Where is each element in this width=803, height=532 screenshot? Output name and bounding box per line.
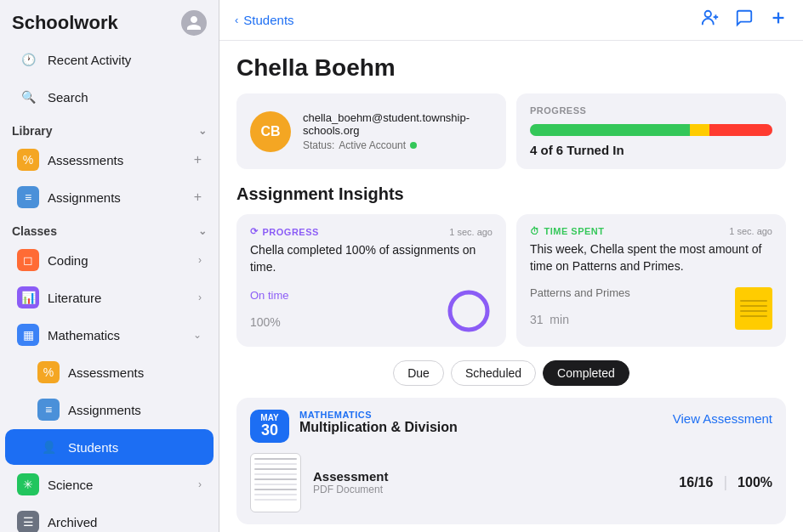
time-ago: 1 sec. ago bbox=[729, 226, 772, 236]
notes-icon bbox=[735, 287, 772, 330]
on-time-group: On time 100% bbox=[250, 289, 289, 333]
progress-bar bbox=[530, 124, 772, 136]
math-assign-icon: ≡ bbox=[37, 399, 60, 421]
turned-in: 4 of 6 Turned In bbox=[530, 143, 772, 157]
sidebar-item-math-assessments[interactable]: % Assessments bbox=[5, 354, 214, 390]
sidebar-item-assessments[interactable]: % Assessments + bbox=[5, 142, 214, 178]
time-tag-label: TIME SPENT bbox=[544, 226, 605, 236]
detail-sub: PDF Document bbox=[313, 484, 667, 495]
literature-chevron-icon: › bbox=[198, 291, 202, 303]
filter-completed-button[interactable]: Completed bbox=[543, 360, 629, 386]
filter-scheduled-button[interactable]: Scheduled bbox=[451, 360, 536, 386]
date-badge: MAY 30 bbox=[250, 410, 289, 443]
back-label: Students bbox=[243, 13, 293, 27]
on-time-value: 100% bbox=[250, 302, 289, 333]
library-section-header[interactable]: Library ⌄ bbox=[0, 116, 219, 141]
score-divider: | bbox=[723, 473, 727, 491]
add-student-button[interactable] bbox=[701, 8, 720, 31]
assign-icon: ≡ bbox=[17, 186, 39, 208]
clock-icon: 🕐 bbox=[17, 48, 39, 71]
view-assessment-button[interactable]: View Assessment bbox=[673, 410, 772, 427]
notes-line-3 bbox=[740, 310, 767, 312]
info-row: CB chella_boehm@student.township-schools… bbox=[236, 93, 786, 169]
math-chevron-icon: ⌄ bbox=[193, 329, 202, 341]
sidebar-label-coding: Coding bbox=[48, 253, 190, 268]
progress-red bbox=[709, 124, 772, 136]
back-button[interactable]: ‹ Students bbox=[235, 13, 294, 27]
progress-tag: ⟳ PROGRESS bbox=[250, 226, 319, 237]
time-card-top: ⏱ TIME SPENT 1 sec. ago bbox=[530, 226, 772, 236]
document-thumbnail bbox=[250, 453, 301, 512]
notes-line-4 bbox=[740, 315, 767, 317]
progress-green bbox=[530, 124, 690, 136]
score-pct: 100% bbox=[738, 475, 772, 490]
sidebar-label-math-assignments: Assignments bbox=[68, 403, 202, 417]
sidebar-item-literature[interactable]: 📊 Literature › bbox=[5, 280, 214, 315]
library-label: Library bbox=[12, 124, 52, 138]
time-tag: ⏱ TIME SPENT bbox=[530, 226, 605, 236]
assignment-item: MAY 30 MATHEMATICS Multiplication & Divi… bbox=[236, 398, 786, 524]
sidebar-label-science: Science bbox=[48, 478, 190, 492]
status-text: Status: bbox=[303, 139, 334, 151]
back-chevron-icon: ‹ bbox=[235, 14, 238, 26]
progress-yellow bbox=[690, 124, 709, 136]
profile-status: Status: Active Account bbox=[303, 139, 493, 151]
progress-time: 1 sec. ago bbox=[449, 227, 493, 237]
sidebar-item-search[interactable]: 🔍 Search bbox=[5, 79, 214, 115]
progress-card: PROGRESS 4 of 6 Turned In bbox=[516, 93, 786, 169]
sidebar-label-search: Search bbox=[48, 90, 202, 105]
notes-line-2 bbox=[740, 305, 767, 307]
progress-tag-label: PROGRESS bbox=[263, 227, 319, 237]
insights-cards: ⟳ PROGRESS 1 sec. ago Chella completed 1… bbox=[236, 214, 786, 347]
add-button[interactable] bbox=[769, 8, 788, 31]
time-description: This week, Chella spent the most amount … bbox=[530, 241, 772, 274]
add-assessment-button[interactable]: + bbox=[194, 152, 202, 167]
progress-tag-icon: ⟳ bbox=[250, 226, 259, 237]
sidebar-label-assignments: Assignments bbox=[48, 190, 185, 205]
topbar: ‹ Students bbox=[219, 0, 803, 41]
student-email: chella_boehm@student.township-schools.or… bbox=[303, 111, 493, 137]
main-content: ‹ Students Chella Boehm CB chella_boehm@… bbox=[219, 0, 803, 532]
assess-icon: % bbox=[17, 149, 39, 171]
sidebar-label-assessments: Assessments bbox=[48, 153, 185, 167]
progress-label: PROGRESS bbox=[530, 105, 772, 116]
sidebar-label-mathematics: Mathematics bbox=[48, 328, 185, 342]
svg-point-0 bbox=[705, 11, 711, 17]
user-avatar[interactable] bbox=[181, 10, 207, 36]
detail-scores: 16/16 | 100% bbox=[679, 473, 772, 491]
progress-bottom: On time 100% bbox=[250, 287, 493, 335]
app-title: Schoolwork bbox=[12, 12, 118, 34]
filter-row: Due Scheduled Completed bbox=[236, 360, 786, 386]
time-detail-group: Patterns and Primes 31 min bbox=[530, 286, 630, 330]
time-tag-icon: ⏱ bbox=[530, 226, 540, 236]
on-time-label: On time bbox=[250, 289, 289, 302]
message-button[interactable] bbox=[735, 8, 754, 31]
filter-due-button[interactable]: Due bbox=[393, 360, 444, 386]
profile-info: chella_boehm@student.township-schools.or… bbox=[303, 111, 493, 151]
time-bottom: Patterns and Primes 31 min bbox=[530, 286, 772, 330]
sidebar-label-archived: Archived bbox=[48, 515, 202, 529]
assignment-left: MAY 30 MATHEMATICS Multiplication & Divi… bbox=[250, 410, 458, 443]
insights-title: Assignment Insights bbox=[236, 184, 786, 204]
add-assignment-button[interactable]: + bbox=[194, 190, 202, 205]
sidebar-item-math-students[interactable]: 👤 Students bbox=[5, 429, 214, 465]
classes-section-header[interactable]: Classes ⌄ bbox=[0, 216, 219, 241]
assignment-detail: Assessment PDF Document 16/16 | 100% bbox=[250, 453, 772, 512]
sidebar-item-mathematics[interactable]: ▦ Mathematics ⌄ bbox=[5, 317, 214, 353]
sidebar-item-recent-activity[interactable]: 🕐 Recent Activity bbox=[5, 42, 214, 77]
sidebar-label-literature: Literature bbox=[48, 291, 190, 305]
active-status-dot bbox=[410, 142, 417, 149]
sidebar-item-science[interactable]: ✳ Science › bbox=[5, 467, 214, 502]
sidebar-item-math-assignments[interactable]: ≡ Assignments bbox=[5, 392, 214, 427]
sidebar-item-coding[interactable]: ◻ Coding › bbox=[5, 242, 214, 278]
math-icon: ▦ bbox=[17, 324, 39, 346]
sidebar-label-math-students: Students bbox=[68, 440, 202, 455]
sidebar-header: Schoolwork bbox=[0, 0, 219, 41]
time-insight-card: ⏱ TIME SPENT 1 sec. ago This week, Chell… bbox=[516, 214, 786, 347]
coding-icon: ◻ bbox=[17, 249, 39, 271]
status-value: Active Account bbox=[339, 139, 406, 151]
profile-card: CB chella_boehm@student.township-schools… bbox=[236, 93, 506, 169]
assignment-info: MATHEMATICS Multiplication & Division bbox=[299, 410, 458, 435]
sidebar-item-assignments[interactable]: ≡ Assignments + bbox=[5, 179, 214, 215]
sidebar-item-archived[interactable]: ☰ Archived bbox=[5, 504, 214, 532]
